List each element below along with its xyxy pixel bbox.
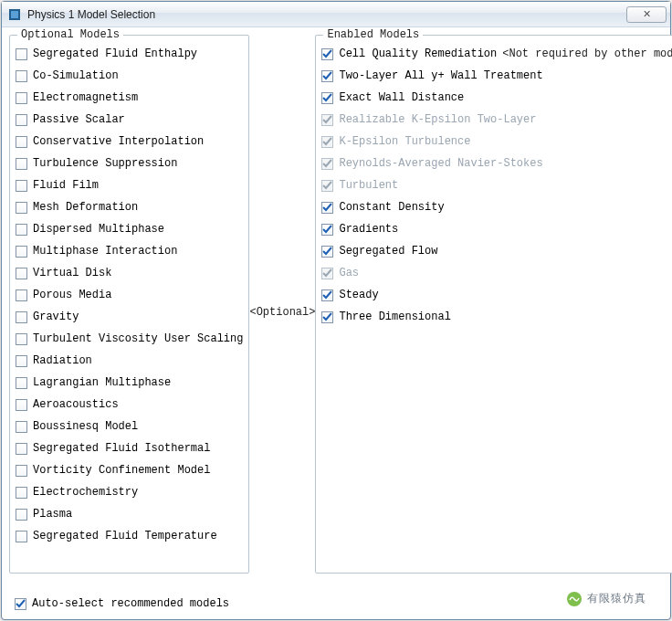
list-item: Co-Simulation xyxy=(16,67,243,85)
titlebar[interactable]: Physics 1 Model Selection ✕ xyxy=(2,2,670,27)
optional-model-label: Lagrangian Multiphase xyxy=(33,374,171,391)
optional-model-label: Boussinesq Model xyxy=(33,418,138,435)
list-item: Multiphase Interaction xyxy=(16,242,243,260)
optional-model-checkbox[interactable] xyxy=(16,377,27,389)
optional-model-checkbox[interactable] xyxy=(16,70,27,82)
enabled-model-checkbox[interactable] xyxy=(321,311,333,323)
optional-model-checkbox[interactable] xyxy=(16,487,27,499)
optional-model-checkbox[interactable] xyxy=(16,509,27,521)
close-icon: ✕ xyxy=(643,8,651,20)
optional-model-checkbox[interactable] xyxy=(16,465,27,477)
watermark: 有限猿仿真 xyxy=(558,587,656,610)
optional-model-checkbox[interactable] xyxy=(16,158,27,170)
optional-model-label: Passive Scalar xyxy=(33,111,125,128)
enabled-model-checkbox[interactable] xyxy=(321,70,333,82)
optional-model-checkbox[interactable] xyxy=(16,531,27,542)
optional-model-checkbox[interactable] xyxy=(16,421,27,433)
optional-model-label: Virtual Disk xyxy=(33,265,111,281)
optional-model-checkbox[interactable] xyxy=(16,399,27,411)
optional-model-checkbox[interactable] xyxy=(16,311,27,323)
content-area: Optional Models Segregated Fluid Enthalp… xyxy=(2,27,670,594)
list-item: Cell Quality Remediation<Not required by… xyxy=(321,45,672,63)
optional-model-label: Conservative Interpolation xyxy=(33,133,204,150)
optional-models-group: Optional Models Segregated Fluid Enthalp… xyxy=(9,35,249,574)
list-item: Gas xyxy=(321,264,672,282)
optional-model-label: Segregated Fluid Temperature xyxy=(33,528,217,544)
optional-model-checkbox[interactable] xyxy=(16,92,27,104)
list-item: Virtual Disk xyxy=(16,264,243,282)
list-item: Aeroacoustics xyxy=(16,395,243,414)
list-item: Gradients xyxy=(321,220,672,238)
enabled-model-label: Constant Density xyxy=(339,199,444,216)
optional-model-checkbox[interactable] xyxy=(16,180,27,192)
optional-label: <Optional> xyxy=(249,306,315,319)
enabled-model-checkbox[interactable] xyxy=(321,289,333,301)
list-item: Gravity xyxy=(16,308,243,326)
enabled-model-checkbox[interactable] xyxy=(321,92,333,104)
auto-select-checkbox[interactable] xyxy=(15,598,26,610)
optional-model-label: Plasma xyxy=(33,506,72,522)
optional-model-checkbox[interactable] xyxy=(16,268,27,279)
enabled-model-label: Cell Quality Remediation xyxy=(339,46,497,62)
window-title: Physics 1 Model Selection xyxy=(27,8,155,21)
dialog-window: Physics 1 Model Selection ✕ Optional Mod… xyxy=(1,1,671,620)
list-item: Two-Layer All y+ Wall Treatment xyxy=(321,67,672,85)
list-item: Boussinesq Model xyxy=(16,417,243,436)
optional-model-label: Co-Simulation xyxy=(33,68,119,84)
list-item: Exact Wall Distance xyxy=(321,89,672,107)
list-item: Reynolds-Averaged Navier-Stokes xyxy=(321,154,672,173)
list-item: Turbulent xyxy=(321,176,672,195)
list-item: Lagrangian Multiphase xyxy=(16,374,243,392)
optional-model-checkbox[interactable] xyxy=(16,246,27,258)
enabled-list: Cell Quality Remediation<Not required by… xyxy=(321,45,672,326)
optional-model-checkbox[interactable] xyxy=(16,48,27,60)
enabled-model-label: Two-Layer All y+ Wall Treatment xyxy=(339,68,542,84)
optional-model-label: Gravity xyxy=(33,309,79,325)
list-item: Conservative Interpolation xyxy=(16,132,243,151)
list-item: Fluid Film xyxy=(16,176,243,195)
optional-model-checkbox[interactable] xyxy=(16,443,27,455)
optional-model-checkbox[interactable] xyxy=(16,136,27,148)
optional-list: Segregated Fluid EnthalpyCo-SimulationEl… xyxy=(16,45,243,545)
enabled-model-label: Three Dimensional xyxy=(339,309,450,325)
optional-model-label: Fluid Film xyxy=(33,177,99,194)
optional-model-checkbox[interactable] xyxy=(16,289,27,301)
enabled-note: <Not required by other models> xyxy=(502,46,672,62)
optional-model-checkbox[interactable] xyxy=(16,355,27,367)
auto-select-label: Auto-select recommended models xyxy=(32,597,229,610)
optional-model-checkbox[interactable] xyxy=(16,333,27,345)
list-item: Steady xyxy=(321,286,672,304)
optional-model-label: Turbulence Suppression xyxy=(33,155,177,172)
optional-model-label: Electrochemistry xyxy=(33,484,138,500)
svg-rect-1 xyxy=(11,11,18,18)
list-item: Segregated Fluid Temperature xyxy=(16,527,243,545)
list-item: Electromagnetism xyxy=(16,89,243,107)
watermark-text: 有限猿仿真 xyxy=(587,591,646,606)
enabled-model-checkbox[interactable] xyxy=(321,246,333,258)
enabled-model-checkbox xyxy=(321,158,333,170)
enabled-model-label: Realizable K-Epsilon Two-Layer xyxy=(339,111,536,128)
optional-model-checkbox[interactable] xyxy=(16,224,27,236)
enabled-models-group: Enabled Models Cell Quality Remediation<… xyxy=(315,35,672,574)
optional-model-label: Aeroacoustics xyxy=(33,396,119,413)
enabled-model-checkbox xyxy=(321,136,333,148)
list-item: Vorticity Confinement Model xyxy=(16,461,243,479)
enabled-model-label: Segregated Flow xyxy=(339,243,437,259)
list-item: Mesh Deformation xyxy=(16,198,243,216)
optional-model-label: Electromagnetism xyxy=(33,89,138,106)
enabled-model-label: Turbulent xyxy=(339,177,398,194)
enabled-model-checkbox xyxy=(321,114,333,126)
enabled-model-label: Gas xyxy=(339,265,359,281)
enabled-model-checkbox[interactable] xyxy=(321,224,333,236)
optional-model-label: Radiation xyxy=(33,353,92,369)
optional-model-checkbox[interactable] xyxy=(16,114,27,126)
close-button[interactable]: ✕ xyxy=(626,6,667,23)
list-item: Electrochemistry xyxy=(16,483,243,501)
app-icon xyxy=(7,7,22,22)
list-item: Segregated Fluid Enthalpy xyxy=(16,45,243,63)
list-item: Three Dimensional xyxy=(321,308,672,326)
enabled-model-checkbox[interactable] xyxy=(321,48,333,60)
optional-model-checkbox[interactable] xyxy=(16,202,27,214)
optional-model-label: Vorticity Confinement Model xyxy=(33,462,210,479)
enabled-model-checkbox[interactable] xyxy=(321,202,333,214)
